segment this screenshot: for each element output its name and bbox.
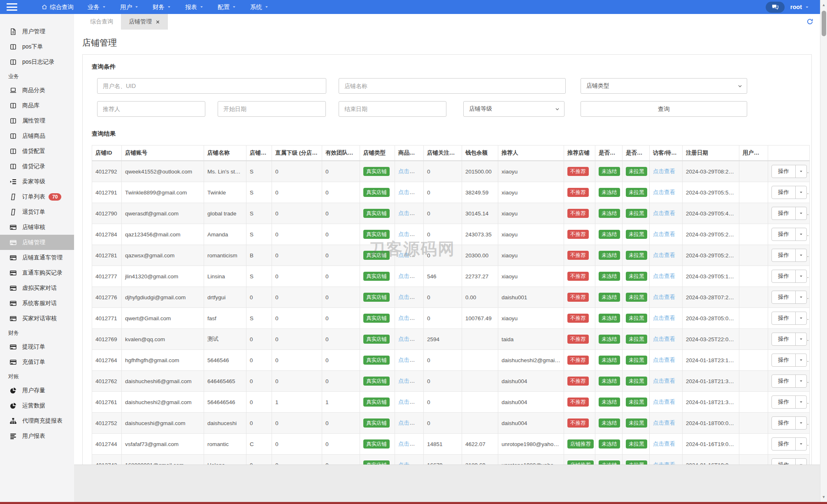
visitors-view-link[interactable]: 点击查看 xyxy=(653,441,675,447)
tab-close-icon[interactable] xyxy=(156,20,160,24)
start-date-input[interactable] xyxy=(218,101,326,117)
vertical-scrollbar[interactable]: ▲ ▼ xyxy=(820,0,827,502)
action-button[interactable]: 操作 xyxy=(772,375,795,387)
refresh-icon[interactable] xyxy=(806,18,813,25)
goods-view-link[interactable]: 点击查看 xyxy=(398,231,420,237)
sidebar-item-9[interactable]: 借贷配置 xyxy=(0,143,74,159)
goods-view-link[interactable]: 点击查看 xyxy=(398,378,420,384)
goods-view-link[interactable]: 点击查看 xyxy=(398,189,420,195)
goods-view-link[interactable]: 点击查看 xyxy=(398,210,420,216)
action-caret-button[interactable] xyxy=(795,270,806,282)
visitors-view-link[interactable]: 点击查看 xyxy=(653,315,675,321)
hamburger-menu-icon[interactable] xyxy=(7,3,17,11)
action-split-button[interactable]: 操作 xyxy=(771,228,807,241)
action-split-button[interactable]: 操作 xyxy=(771,165,807,178)
visitors-view-link[interactable]: 点击查看 xyxy=(653,378,675,384)
sidebar-item-19[interactable]: 系统客服对话 xyxy=(0,296,74,311)
sidebar-item-11[interactable]: 卖家等级 xyxy=(0,174,74,189)
goods-view-link[interactable]: 点击查看 xyxy=(398,441,420,447)
action-button[interactable]: 操作 xyxy=(772,228,795,240)
sidebar-item-27[interactable]: 代理商充提报表 xyxy=(0,413,74,428)
action-caret-button[interactable] xyxy=(795,396,806,408)
action-caret-button[interactable] xyxy=(795,291,806,303)
visitors-view-link[interactable]: 点击查看 xyxy=(653,357,675,363)
action-caret-button[interactable] xyxy=(795,375,806,387)
sidebar-item-10[interactable]: 借贷记录 xyxy=(0,159,74,174)
sidebar-item-25[interactable]: 用户存量 xyxy=(0,383,74,398)
tab-2[interactable]: 店铺管理 xyxy=(121,14,168,30)
action-split-button[interactable]: 操作 xyxy=(771,395,807,409)
action-caret-button[interactable] xyxy=(795,417,806,429)
goods-view-link[interactable]: 点击查看 xyxy=(398,315,420,321)
sidebar-item-22[interactable]: 提现订单 xyxy=(0,339,74,354)
messages-button[interactable] xyxy=(766,2,785,13)
action-button[interactable]: 操作 xyxy=(772,249,795,261)
action-button[interactable]: 操作 xyxy=(772,396,795,408)
action-caret-button[interactable] xyxy=(795,249,806,261)
goods-view-link[interactable]: 点击查看 xyxy=(398,357,420,363)
visitors-view-link[interactable]: 点击查看 xyxy=(653,252,675,258)
action-caret-button[interactable] xyxy=(795,207,806,220)
action-caret-button[interactable] xyxy=(795,333,806,345)
sidebar-item-5[interactable]: 商品分类 xyxy=(0,83,74,98)
action-split-button[interactable]: 操作 xyxy=(771,375,807,388)
search-button[interactable]: 查询 xyxy=(581,101,747,117)
action-split-button[interactable]: 操作 xyxy=(771,437,807,451)
visitors-view-link[interactable]: 点击查看 xyxy=(653,189,675,195)
goods-view-link[interactable]: 点击查看 xyxy=(398,294,420,300)
action-caret-button[interactable] xyxy=(795,354,806,366)
nav-item-7[interactable]: 系统 xyxy=(243,0,276,14)
action-button[interactable]: 操作 xyxy=(772,333,795,345)
action-button[interactable]: 操作 xyxy=(772,417,795,429)
visitors-view-link[interactable]: 点击查看 xyxy=(653,294,675,300)
goods-view-link[interactable]: 点击查看 xyxy=(398,273,420,279)
sidebar-item-26[interactable]: 运营数据 xyxy=(0,398,74,413)
action-button[interactable]: 操作 xyxy=(772,312,795,324)
action-split-button[interactable]: 操作 xyxy=(771,249,807,262)
sidebar-item-6[interactable]: 商品库 xyxy=(0,98,74,113)
scrollbar-up-arrow-icon[interactable]: ▲ xyxy=(820,2,827,8)
end-date-input[interactable] xyxy=(339,101,446,117)
action-split-button[interactable]: 操作 xyxy=(771,416,807,430)
shop-level-select[interactable]: 店铺等级 xyxy=(463,101,564,117)
action-button[interactable]: 操作 xyxy=(772,291,795,303)
sidebar-item-15[interactable]: 店铺管理 xyxy=(0,235,74,250)
action-split-button[interactable]: 操作 xyxy=(771,186,807,199)
action-caret-button[interactable] xyxy=(795,165,806,178)
tab-1[interactable]: 综合查询 xyxy=(82,14,121,30)
nav-item-5[interactable]: 报表 xyxy=(178,0,211,14)
visitors-view-link[interactable]: 点击查看 xyxy=(653,231,675,237)
action-split-button[interactable]: 操作 xyxy=(771,270,807,283)
action-split-button[interactable]: 操作 xyxy=(771,291,807,304)
action-split-button[interactable]: 操作 xyxy=(771,207,807,220)
sidebar-item-18[interactable]: 虚拟买家对话 xyxy=(0,280,74,296)
sidebar-item-1[interactable]: 用户管理 xyxy=(0,24,74,39)
action-caret-button[interactable] xyxy=(795,312,806,324)
visitors-view-link[interactable]: 点击查看 xyxy=(653,336,675,342)
sidebar-item-12[interactable]: 订单列表70 xyxy=(0,189,74,204)
sidebar-item-28[interactable]: 用户报表 xyxy=(0,428,74,444)
action-caret-button[interactable] xyxy=(795,186,806,199)
visitors-view-link[interactable]: 点击查看 xyxy=(653,399,675,405)
sidebar-item-14[interactable]: 店铺审核 xyxy=(0,220,74,235)
action-button[interactable]: 操作 xyxy=(772,270,795,282)
shop-name-input[interactable] xyxy=(339,78,566,94)
sidebar-item-7[interactable]: 属性管理 xyxy=(0,113,74,128)
nav-item-4[interactable]: 财务 xyxy=(146,0,178,14)
scrollbar-thumb[interactable] xyxy=(822,11,826,36)
action-split-button[interactable]: 操作 xyxy=(771,354,807,367)
action-button[interactable]: 操作 xyxy=(772,186,795,199)
visitors-view-link[interactable]: 点击查看 xyxy=(653,273,675,279)
goods-view-link[interactable]: 点击查看 xyxy=(398,252,420,258)
action-button[interactable]: 操作 xyxy=(772,438,795,450)
sidebar-item-2[interactable]: pos下单 xyxy=(0,39,74,54)
sidebar-item-3[interactable]: pos日志记录 xyxy=(0,54,74,69)
sidebar-item-23[interactable]: 充值订单 xyxy=(0,354,74,370)
goods-view-link[interactable]: 点击查看 xyxy=(398,168,420,174)
nav-item-1[interactable]: 综合查询 xyxy=(35,0,81,14)
goods-view-link[interactable]: 点击查看 xyxy=(398,420,420,426)
action-caret-button[interactable] xyxy=(795,228,806,240)
sidebar-item-13[interactable]: 退货订单 xyxy=(0,204,74,220)
sidebar-item-20[interactable]: 买家对话审核 xyxy=(0,311,74,326)
user-menu[interactable]: root xyxy=(790,4,809,10)
